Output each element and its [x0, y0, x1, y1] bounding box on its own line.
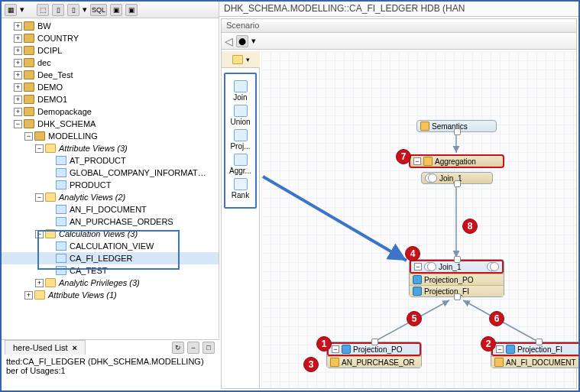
toolbar-icon[interactable]: ▦	[5, 4, 17, 16]
palette-item-union[interactable]: Union	[225, 105, 255, 126]
tree-node-calculation-view[interactable]: CALCULATION_VIEW	[2, 240, 219, 252]
node-aggregation[interactable]: −Aggregation	[409, 154, 504, 168]
port[interactable]	[454, 180, 461, 187]
tree-node-demo[interactable]: +DEMO	[2, 81, 219, 93]
projection-icon	[342, 345, 351, 354]
port[interactable]	[454, 128, 461, 135]
tree-label: DCIPL	[37, 46, 62, 55]
palette-item-join[interactable]: Join	[225, 80, 255, 102]
where-used-tab[interactable]: here-Used List×	[5, 340, 86, 355]
view-icon	[56, 180, 66, 190]
join-icon	[424, 262, 436, 271]
node-join[interactable]: −Join_1 Projection_PO Projection_FI	[409, 259, 504, 297]
source-icon	[494, 358, 504, 367]
close-icon[interactable]: ×	[73, 343, 77, 352]
tree-node-dec[interactable]: +dec	[2, 57, 219, 69]
expander-icon[interactable]: −	[35, 193, 44, 202]
tree-node-dcipl[interactable]: +DCIPL	[2, 44, 219, 57]
maximize-icon[interactable]: □	[203, 342, 215, 354]
palette-folder-bar[interactable]: ▾	[222, 51, 260, 68]
package-icon	[24, 46, 34, 55]
tree-node-an-purchase-orders[interactable]: AN_PURCHASE_ORDERS	[2, 215, 219, 228]
rank-icon	[234, 178, 248, 190]
projection-source: AN_FI_DOCUMENT	[491, 356, 580, 368]
palette-item-rank[interactable]: Rank	[225, 178, 255, 199]
expander-icon[interactable]: +	[14, 34, 22, 43]
node-projection-po[interactable]: −Projection_PO AN_PURCHASE_OR	[326, 342, 422, 368]
node-aggregation-sub[interactable]: Join_1	[421, 172, 493, 184]
collapse-icon[interactable]: −	[414, 263, 422, 271]
expander-icon[interactable]: +	[14, 71, 22, 79]
tree-node-ca-test[interactable]: CA_TEST	[2, 264, 219, 277]
union-icon	[234, 105, 248, 117]
tree-node-country[interactable]: +COUNTRY	[2, 32, 219, 44]
tree-node-deetest[interactable]: +Dee_Test	[2, 69, 219, 81]
toolbar-icon[interactable]: ▯	[67, 4, 79, 16]
tree-node-calcviews[interactable]: −Calculation Views (3)	[2, 228, 219, 240]
tree-node-schema[interactable]: −DHK_SCHEMA	[2, 118, 219, 130]
palette-label: Proj...	[230, 142, 250, 151]
port[interactable]	[454, 293, 461, 300]
toolbar-icon[interactable]: ▣	[110, 4, 122, 16]
tree-label: COUNTRY	[37, 34, 79, 43]
toolbar-icon[interactable]: ▯	[52, 4, 64, 16]
source-icon	[330, 358, 339, 367]
toolbar-icon[interactable]: ▣	[125, 4, 138, 16]
collapse-icon[interactable]: −	[413, 157, 421, 165]
expander-icon[interactable]: +	[14, 96, 22, 104]
palette-item-projection[interactable]: Proj...	[225, 129, 255, 151]
marker-5: 5	[407, 311, 422, 326]
tree-label: DEMO1	[37, 95, 67, 104]
dropdown-icon[interactable]: ▾	[20, 5, 24, 15]
collapse-icon[interactable]: −	[332, 345, 339, 353]
package-icon	[24, 95, 34, 104]
tree-label: Attribute Views (3)	[59, 144, 128, 153]
back-icon[interactable]: ◁	[225, 35, 233, 47]
tree-node-global-company[interactable]: GLOBAL_COMPANY_INFORMAT…	[2, 167, 219, 179]
palette-icon[interactable]: ⬤	[236, 35, 248, 47]
expander-icon[interactable]: +	[35, 279, 44, 287]
dropdown-icon[interactable]: ▾	[83, 5, 87, 15]
tree-node-bw[interactable]: +BW	[2, 20, 219, 32]
node-semantics[interactable]: Semantics	[416, 120, 497, 132]
expander-icon[interactable]: −	[35, 230, 44, 238]
tree-node-analpriv[interactable]: +Analytic Privileges (3)	[2, 277, 219, 289]
marker-1: 1	[316, 336, 332, 352]
expander-icon[interactable]: +	[14, 22, 22, 31]
minimize-icon[interactable]: –	[187, 342, 199, 354]
port[interactable]	[371, 339, 378, 345]
expander-icon[interactable]: −	[24, 132, 33, 141]
tree-node-ca-fi-ledger[interactable]: CA_FI_LEDGER	[2, 252, 219, 264]
expander-icon[interactable]: +	[14, 59, 22, 67]
tree-node-modelling[interactable]: −MODELLING	[2, 130, 219, 142]
toolbar-icon[interactable]: ⬚	[37, 4, 49, 16]
expander-icon[interactable]: +	[14, 83, 22, 92]
sql-button[interactable]: SQL	[90, 4, 107, 16]
tree-node-an-fi-document[interactable]: AN_FI_DOCUMENT	[2, 203, 219, 215]
expander-icon[interactable]: +	[14, 47, 22, 55]
marker-4: 4	[405, 246, 420, 261]
expander-icon[interactable]: +	[14, 108, 22, 116]
port[interactable]	[536, 339, 543, 345]
projection-icon	[506, 345, 515, 354]
collapse-icon[interactable]: −	[496, 345, 504, 353]
canvas[interactable]: Semantics −Aggregation Join_1 −Join_1 Pr…	[261, 51, 576, 388]
port[interactable]	[454, 256, 461, 263]
palette-item-aggregation[interactable]: Aggr...	[225, 154, 255, 175]
node-projection-fi[interactable]: −Projection_FI AN_FI_DOCUMENT	[491, 342, 580, 368]
tree-node-demopackage[interactable]: +Demopackage	[2, 105, 219, 118]
tree-node-at-product[interactable]: AT_PRODUCT	[2, 154, 219, 167]
dropdown-icon[interactable]: ▾	[251, 36, 256, 46]
editor: DHK_SCHEMA.MODELLING::CA_FI_LEDGER HDB (…	[219, 2, 578, 392]
tree-node-attrviews2[interactable]: +Attribute Views (1)	[2, 289, 219, 301]
tree-node-analviews[interactable]: −Analytic Views (2)	[2, 191, 219, 203]
expander-icon[interactable]: +	[24, 291, 33, 300]
tree-label: DEMO	[37, 83, 63, 92]
refresh-icon[interactable]: ↻	[172, 342, 184, 354]
tree-node-product[interactable]: PRODUCT	[2, 179, 219, 191]
expander-icon[interactable]: −	[14, 120, 22, 128]
expander-icon[interactable]: −	[35, 144, 44, 153]
node-label: Projection_FI	[517, 345, 562, 354]
tree-node-demo1[interactable]: +DEMO1	[2, 93, 219, 105]
tree-node-attrviews[interactable]: −Attribute Views (3)	[2, 142, 219, 154]
